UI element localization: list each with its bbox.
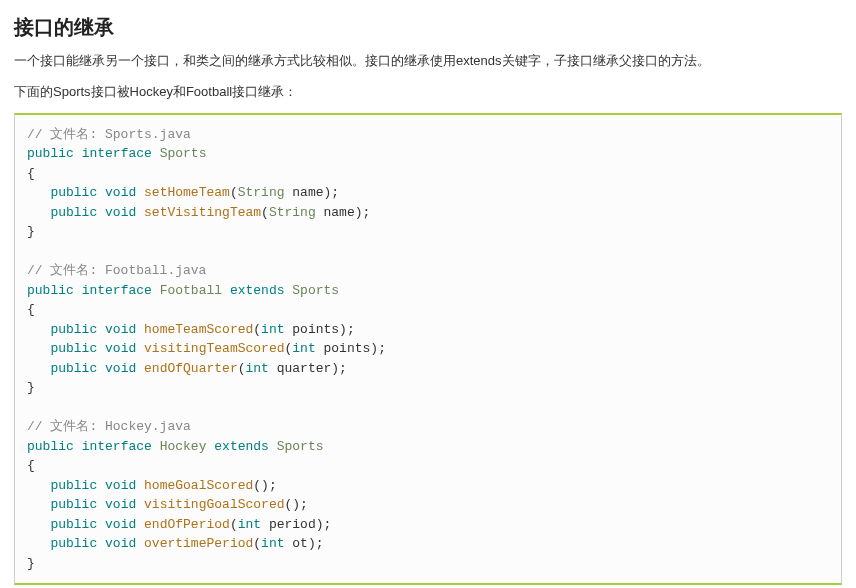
code-token-kw: public — [50, 205, 97, 220]
code-token-pun: name); — [316, 205, 371, 220]
code-token-typ: Football — [160, 283, 222, 298]
code-token-pun: } — [27, 380, 35, 395]
code-token-pun: } — [27, 556, 35, 571]
code-token-pun — [97, 497, 105, 512]
code-token-kw: void — [105, 341, 136, 356]
code-token-pun: points); — [285, 322, 355, 337]
code-token-fn: homeTeamScored — [144, 322, 253, 337]
code-token-pun — [152, 283, 160, 298]
code-token-pun: ( — [230, 185, 238, 200]
code-token-kw: public — [50, 536, 97, 551]
code-token-kw: interface — [82, 439, 152, 454]
code-token-com: // 文件名: Sports.java — [27, 127, 191, 142]
code-token-com: // 文件名: Football.java — [27, 263, 206, 278]
code-token-pun — [27, 185, 50, 200]
code-token-typ: Sports — [160, 146, 207, 161]
code-token-kw: void — [105, 497, 136, 512]
code-token-pun — [136, 536, 144, 551]
code-token-pun: } — [27, 224, 35, 239]
code-token-pun: { — [27, 166, 35, 181]
code-token-kw: void — [105, 517, 136, 532]
code-token-fn: visitingTeamScored — [144, 341, 284, 356]
code-token-kw: public — [50, 322, 97, 337]
code-token-pun — [136, 341, 144, 356]
code-token-pun — [27, 361, 50, 376]
code-token-kw: extends — [214, 439, 269, 454]
code-token-pun — [152, 146, 160, 161]
code-token-pun — [136, 361, 144, 376]
code-token-pun — [222, 283, 230, 298]
code-token-kw: public — [50, 517, 97, 532]
code-token-pun: ( — [253, 322, 261, 337]
code-token-kw: public — [50, 361, 97, 376]
code-token-kw: public — [27, 439, 74, 454]
code-token-typ: Sports — [292, 283, 339, 298]
code-token-pun — [97, 341, 105, 356]
code-token-pun: ( — [261, 205, 269, 220]
code-token-pun — [136, 205, 144, 220]
code-token-typ: Hockey — [160, 439, 207, 454]
code-token-typ: String — [269, 205, 316, 220]
code-token-kw: interface — [82, 283, 152, 298]
code-token-fn: visitingGoalScored — [144, 497, 284, 512]
code-token-kw: public — [50, 341, 97, 356]
code-token-pun — [27, 341, 50, 356]
code-token-fn: overtimePeriod — [144, 536, 253, 551]
code-token-kw: int — [261, 536, 284, 551]
code-token-com: // 文件名: Hockey.java — [27, 419, 191, 434]
code-token-pun — [269, 439, 277, 454]
code-token-pun: quarter); — [269, 361, 347, 376]
code-token-pun — [97, 517, 105, 532]
code-token-kw: void — [105, 205, 136, 220]
code-token-pun — [74, 283, 82, 298]
code-token-pun — [136, 322, 144, 337]
code-token-pun — [152, 439, 160, 454]
code-token-pun — [97, 536, 105, 551]
code-token-kw: int — [292, 341, 315, 356]
code-token-pun: { — [27, 458, 35, 473]
code-token-pun: points); — [316, 341, 386, 356]
code-token-typ: Sports — [277, 439, 324, 454]
intro-paragraph-2: 下面的Sports接口被Hockey和Football接口继承： — [14, 82, 842, 103]
code-token-kw: void — [105, 536, 136, 551]
code-token-kw: public — [50, 497, 97, 512]
code-token-fn: homeGoalScored — [144, 478, 253, 493]
intro-paragraph-1: 一个接口能继承另一个接口，和类之间的继承方式比较相似。接口的继承使用extend… — [14, 51, 842, 72]
code-token-pun — [27, 536, 50, 551]
code-token-pun: ( — [253, 536, 261, 551]
code-token-kw: public — [50, 185, 97, 200]
code-token-pun: (); — [285, 497, 308, 512]
code-token-pun — [136, 497, 144, 512]
code-token-pun: name); — [285, 185, 340, 200]
section-heading: 接口的继承 — [14, 14, 842, 41]
code-token-pun — [74, 146, 82, 161]
code-token-pun — [136, 185, 144, 200]
code-token-kw: int — [238, 517, 261, 532]
code-token-kw: int — [261, 322, 284, 337]
code-token-pun: { — [27, 302, 35, 317]
code-token-pun — [97, 185, 105, 200]
code-token-pun — [74, 439, 82, 454]
code-token-pun — [27, 244, 35, 259]
code-token-fn: setVisitingTeam — [144, 205, 261, 220]
code-token-kw: void — [105, 478, 136, 493]
code-token-kw: public — [27, 146, 74, 161]
code-token-pun: ( — [238, 361, 246, 376]
code-token-pun — [27, 400, 35, 415]
code-token-kw: public — [50, 478, 97, 493]
code-token-pun — [136, 478, 144, 493]
code-token-pun — [27, 478, 50, 493]
code-token-kw: void — [105, 361, 136, 376]
code-token-pun: ( — [230, 517, 238, 532]
code-token-pun — [97, 361, 105, 376]
code-token-kw: int — [246, 361, 269, 376]
code-token-fn: endOfPeriod — [144, 517, 230, 532]
code-token-fn: endOfQuarter — [144, 361, 238, 376]
code-token-pun — [136, 517, 144, 532]
code-token-kw: public — [27, 283, 74, 298]
code-token-pun — [27, 322, 50, 337]
code-token-fn: setHomeTeam — [144, 185, 230, 200]
code-token-kw: void — [105, 185, 136, 200]
code-token-kw: void — [105, 322, 136, 337]
code-token-pun — [97, 205, 105, 220]
